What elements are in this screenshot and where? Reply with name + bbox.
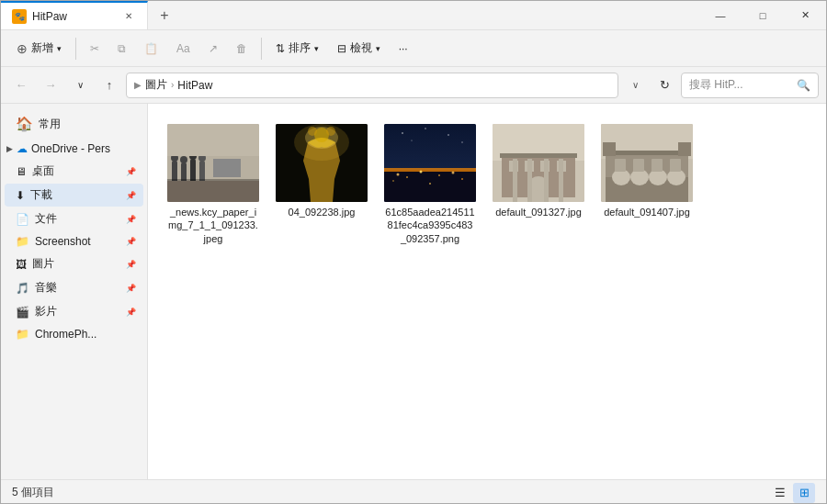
view-button[interactable]: ⊟ 檢視 ▾	[329, 36, 389, 61]
address-path[interactable]: ▶ 圖片 › HitPaw	[126, 73, 618, 98]
new-button-label: 新增	[31, 40, 53, 56]
onedrive-label: OneDrive - Pers	[31, 142, 110, 155]
dropdown-button[interactable]: ∨	[67, 73, 93, 98]
pin-icon-desktop: 📌	[126, 167, 136, 176]
tab-label: HitPaw	[32, 10, 116, 23]
quick-access-label: 常用	[39, 117, 61, 132]
paste-icon: 📋	[144, 42, 158, 55]
item-count: 5 個項目	[12, 485, 54, 500]
share-button[interactable]: ↗	[200, 38, 226, 60]
tab-close-button[interactable]: ✕	[121, 9, 136, 24]
svg-rect-45	[544, 159, 549, 202]
pictures-icon: 🖼	[16, 258, 27, 271]
expand-icon: ▶	[6, 144, 13, 153]
tab-hitpaw[interactable]: 🐾 HitPaw ✕	[1, 1, 148, 29]
svg-rect-20	[384, 168, 476, 172]
new-tab-button[interactable]: +	[148, 1, 181, 29]
svg-point-26	[461, 178, 463, 180]
list-view-button[interactable]: ☰	[769, 483, 791, 503]
file-item[interactable]: default_091327.jpg	[488, 118, 589, 251]
search-box[interactable]: 搜尋 HitP... 🔍	[681, 73, 819, 98]
new-dropdown-icon: ▾	[57, 44, 62, 53]
grid-view-button[interactable]: ⊞	[793, 483, 815, 503]
path-home-icon: ▶	[134, 80, 142, 90]
separator-1	[75, 38, 76, 60]
file-name: 61c85aadea21451181fec4ca9395c483_092357.…	[385, 206, 475, 245]
toolbar: ⊕ 新增 ▾ ✂ ⧉ 📋 Aa ↗ 🗑 ⇅ 排序 ▾ ⊟ 檢視 ▾ ···	[1, 30, 826, 67]
forward-button[interactable]: →	[38, 73, 63, 98]
view-controls: ☰ ⊞	[769, 483, 815, 503]
sidebar-item-quick-access[interactable]: 🏠 常用	[5, 112, 143, 136]
file-thumbnail	[276, 124, 368, 202]
svg-point-24	[438, 174, 440, 176]
window-controls: — □ ✕	[699, 1, 826, 29]
music-icon: 🎵	[16, 282, 29, 295]
svg-rect-61	[603, 142, 616, 156]
svg-point-23	[420, 171, 423, 174]
close-button[interactable]: ✕	[784, 1, 826, 29]
refresh-button[interactable]: ↻	[651, 73, 677, 98]
sort-label: 排序	[289, 40, 311, 56]
rename-button[interactable]: Aa	[168, 38, 198, 60]
svg-rect-46	[559, 159, 563, 202]
rename-icon: Aa	[176, 42, 190, 55]
sidebar-item-screenshot[interactable]: 📁 Screenshot 📌	[5, 231, 143, 252]
svg-point-33	[411, 140, 412, 140]
desktop-icon: 🖥	[16, 165, 27, 178]
delete-button[interactable]: 🗑	[228, 38, 255, 60]
svg-point-30	[425, 128, 426, 129]
sort-dropdown-icon: ▾	[314, 44, 319, 53]
title-bar: 🐾 HitPaw ✕ + — □ ✕	[1, 1, 826, 30]
more-button[interactable]: ···	[391, 38, 416, 60]
svg-point-22	[406, 176, 408, 178]
new-button[interactable]: ⊕ 新增 ▾	[8, 36, 70, 61]
sidebar-item-documents[interactable]: 📄 文件 📌	[5, 207, 143, 230]
svg-rect-62	[678, 142, 691, 156]
sidebar-item-videos[interactable]: 🎬 影片 📌	[5, 300, 143, 323]
screenshot-label: Screenshot	[35, 235, 91, 248]
video-icon: 🎬	[16, 306, 29, 319]
svg-point-4	[180, 156, 187, 163]
delete-icon: 🗑	[236, 42, 247, 55]
sidebar-item-pictures[interactable]: 🖼 圖片 📌	[5, 252, 143, 275]
svg-point-21	[397, 174, 400, 176]
sidebar-item-desktop[interactable]: 🖥 桌面 📌	[5, 160, 143, 183]
desktop-label: 桌面	[32, 163, 54, 179]
file-thumbnail	[384, 124, 476, 202]
downloads-label: 下載	[30, 187, 52, 203]
file-item[interactable]: default_091407.jpg	[596, 118, 697, 251]
file-name: default_091407.jpg	[604, 206, 690, 218]
sort-button[interactable]: ⇅ 排序 ▾	[267, 36, 327, 61]
copy-icon: ⧉	[118, 42, 126, 55]
folder-icon-chrome: 📁	[16, 328, 29, 341]
svg-rect-47	[500, 153, 577, 158]
sidebar-item-downloads[interactable]: ⬇ 下載 📌	[5, 184, 143, 207]
up-button[interactable]: ↑	[96, 73, 122, 98]
share-icon: ↗	[209, 42, 218, 55]
sidebar-item-music[interactable]: 🎵 音樂 📌	[5, 276, 143, 299]
path-dropdown-button[interactable]: ∨	[622, 73, 648, 98]
cut-button[interactable]: ✂	[82, 38, 108, 60]
file-item[interactable]: _news.kcy_paper_img_7_1_1_091233.jpeg	[163, 118, 264, 251]
file-name: _news.kcy_paper_img_7_1_1_091233.jpeg	[168, 206, 258, 245]
svg-rect-58	[651, 159, 663, 172]
svg-point-29	[402, 132, 403, 134]
file-item[interactable]: 61c85aadea21451181fec4ca9395c483_092357.…	[380, 118, 481, 251]
minimize-button[interactable]: —	[699, 1, 742, 29]
file-name: 04_092238.jpg	[289, 206, 356, 218]
maximize-button[interactable]: □	[742, 1, 784, 29]
svg-point-25	[452, 172, 455, 174]
pin-icon-downloads: 📌	[126, 191, 136, 200]
file-item[interactable]: 04_092238.jpg	[271, 118, 372, 251]
back-button[interactable]: ←	[8, 73, 34, 98]
search-placeholder: 搜尋 HitP...	[689, 77, 742, 93]
music-label: 音樂	[35, 280, 57, 296]
svg-rect-10	[167, 181, 259, 202]
more-icon: ···	[399, 42, 408, 55]
sidebar-onedrive-group[interactable]: ▶ ☁ OneDrive - Pers	[1, 137, 147, 159]
sidebar-item-chrome[interactable]: 📁 ChromePh...	[5, 324, 143, 344]
paste-button[interactable]: 📋	[136, 38, 166, 60]
copy-button[interactable]: ⧉	[109, 38, 134, 60]
address-bar: ← → ∨ ↑ ▶ 圖片 › HitPaw ∨ ↻ 搜尋 HitP... 🔍	[1, 67, 826, 104]
svg-rect-11	[167, 124, 259, 156]
